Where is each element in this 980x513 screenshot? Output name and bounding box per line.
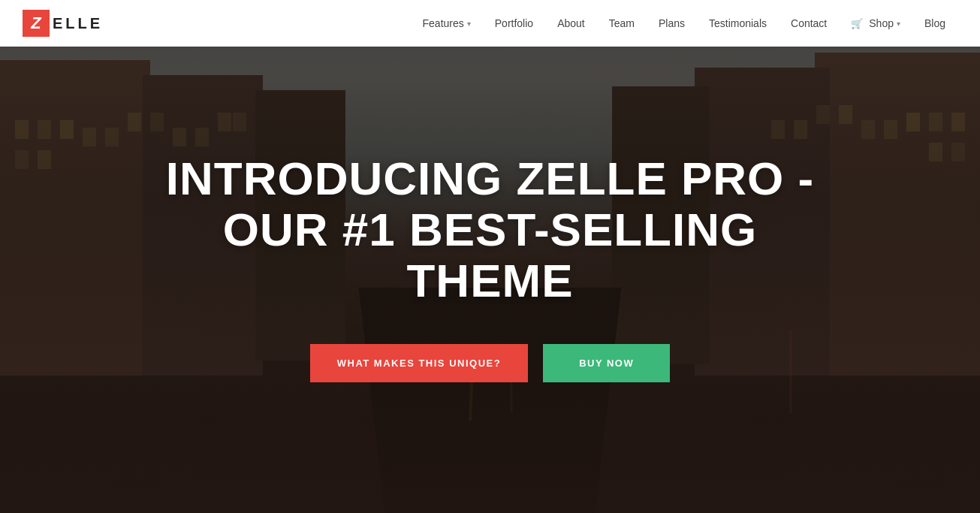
nav-item-shop[interactable]: 🛒 Shop ▾ xyxy=(839,0,912,47)
nav-item-features[interactable]: Features ▾ xyxy=(411,0,483,47)
features-dropdown-arrow: ▾ xyxy=(467,20,471,28)
cart-icon: 🛒 xyxy=(851,18,863,29)
nav-item-team[interactable]: Team xyxy=(597,0,647,47)
cta-secondary-button[interactable]: BUY NOW xyxy=(543,344,670,382)
hero-buttons: WHAT MAKES THIS UNIQUE? BUY NOW xyxy=(310,344,671,382)
nav-team-label: Team xyxy=(609,17,635,29)
nav-testimonials-label: Testimonials xyxy=(709,17,767,29)
nav-item-blog[interactable]: Blog xyxy=(912,0,957,47)
nav-portfolio-label: Portfolio xyxy=(495,17,533,29)
logo-icon-box: Z xyxy=(23,10,50,37)
nav-item-portfolio[interactable]: Portfolio xyxy=(483,0,545,47)
logo-text: ELLE xyxy=(53,15,103,32)
cta-primary-button[interactable]: WHAT MAKES THIS UNIQUE? xyxy=(310,344,528,382)
nav-item-contact[interactable]: Contact xyxy=(779,0,839,47)
nav-blog-label: Blog xyxy=(924,17,945,29)
hero-section: INTRODUCING ZELLE PRO - OUR #1 BEST-SELL… xyxy=(0,0,980,513)
site-header: Z ELLE Features ▾ Portfolio About Team P… xyxy=(0,0,980,47)
shop-dropdown-arrow: ▾ xyxy=(897,20,900,28)
nav-shop-label: Shop xyxy=(869,17,894,29)
nav-item-testimonials[interactable]: Testimonials xyxy=(697,0,779,47)
hero-content: INTRODUCING ZELLE PRO - OUR #1 BEST-SELL… xyxy=(0,0,980,513)
features-dropdown-wrapper: Features ▾ xyxy=(423,17,471,29)
shop-dropdown-wrapper: 🛒 Shop ▾ xyxy=(851,17,900,29)
nav-item-plans[interactable]: Plans xyxy=(647,0,697,47)
nav-item-about[interactable]: About xyxy=(545,0,597,47)
nav-about-label: About xyxy=(557,17,585,29)
logo-letter: Z xyxy=(31,14,41,33)
logo-link[interactable]: Z ELLE xyxy=(23,10,103,37)
main-nav: Features ▾ Portfolio About Team Plans Te… xyxy=(411,0,957,47)
nav-contact-label: Contact xyxy=(791,17,827,29)
nav-plans-label: Plans xyxy=(659,17,685,29)
nav-features-label: Features xyxy=(423,17,464,29)
hero-title: INTRODUCING ZELLE PRO - OUR #1 BEST-SELL… xyxy=(152,153,828,307)
